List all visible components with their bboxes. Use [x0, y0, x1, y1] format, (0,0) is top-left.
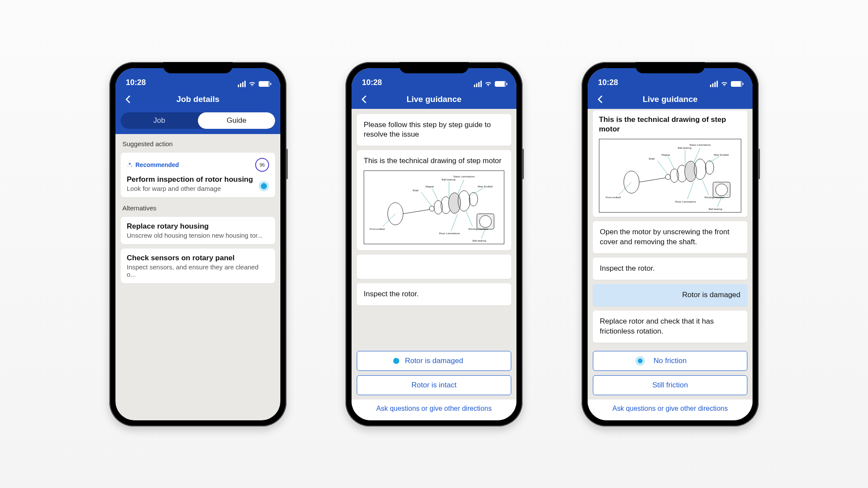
svg-point-0 [388, 203, 403, 225]
nav-title: Live guidance [407, 95, 462, 104]
svg-point-2 [429, 206, 434, 211]
section-suggested-label: Suggested action [121, 138, 275, 148]
guidance-message-drawing: This is the technical drawing of step mo… [357, 150, 511, 250]
user-response: Rotor is damaged [593, 284, 747, 306]
status-time: 10:28 [126, 78, 146, 87]
cellular-icon [238, 81, 246, 87]
wifi-icon [248, 81, 256, 87]
tab-job[interactable]: Job [121, 112, 198, 129]
svg-text:Rotor Laminations: Rotor Laminations [675, 201, 696, 203]
status-time: 10:28 [362, 78, 382, 87]
status-time: 10:28 [598, 78, 618, 87]
msg-text: Inspect the rotor. [600, 264, 740, 274]
svg-line-44 [702, 180, 709, 195]
status-icons [474, 81, 506, 87]
wifi-icon [720, 81, 728, 87]
motor-diagram-icon: Front endbell Shaft Magnet Ball bearing … [599, 139, 741, 212]
guidance-message-inspect: Inspect the rotor. [357, 283, 511, 305]
svg-point-7 [469, 193, 478, 206]
svg-text:Rotor Laminations: Rotor Laminations [439, 233, 460, 235]
svg-line-16 [466, 212, 473, 227]
back-button[interactable] [595, 94, 606, 105]
alt2-subtitle: Inspect sensors, and ensure they are cle… [127, 263, 269, 278]
recommended-subtitle: Look for warp and other damage [127, 185, 269, 192]
nav-bar: Live guidance [352, 90, 516, 109]
svg-point-35 [705, 161, 714, 175]
cellular-icon [710, 81, 718, 87]
wifi-icon [484, 81, 492, 87]
pulse-indicator-icon [393, 358, 399, 364]
option-still-friction[interactable]: Still friction [593, 375, 747, 395]
svg-text:Winding Insulator: Winding Insulator [704, 197, 724, 199]
segmented-control: Job Guide [121, 112, 275, 129]
option-no-friction[interactable]: No friction [593, 351, 747, 371]
option-label: Rotor is intact [411, 381, 457, 390]
option-label: Still friction [652, 381, 688, 390]
phone-frame-3: 10:28 Live guidance This is the technica… [582, 62, 759, 426]
svg-text:Ball bearing: Ball bearing [473, 239, 486, 242]
back-button[interactable] [123, 94, 134, 105]
alt1-subtitle: Unscrew old housing tension new housing … [127, 232, 269, 239]
svg-text:Front endbell: Front endbell [370, 228, 385, 231]
guidance-message-open: Open the motor by unscrewing the front c… [593, 221, 747, 253]
alt2-title: Check sensors on rotary panel [127, 254, 269, 262]
status-icons [710, 81, 742, 87]
svg-line-12 [432, 188, 438, 201]
svg-text:Winding Insulator: Winding Insulator [468, 228, 488, 231]
recommended-card[interactable]: Recommended 96 Perform inspection of rot… [121, 153, 275, 197]
notch [163, 62, 233, 73]
svg-line-11 [421, 193, 432, 206]
option-rotor-damaged[interactable]: Rotor is damaged [357, 351, 511, 371]
content-area: Please follow this step by step guide to… [352, 109, 516, 400]
svg-line-40 [668, 157, 674, 170]
option-rotor-intact[interactable]: Rotor is intact [357, 375, 511, 395]
guidance-message-intro: Please follow this step by step guide to… [357, 114, 511, 146]
msg-text: Replace rotor and check that it has fric… [600, 317, 740, 337]
score-ring: 96 [255, 158, 269, 172]
screen-2: 10:28 Live guidance Please follow this s… [352, 68, 516, 420]
screen-1: 10:28 Job details Job Guide Suggested ac… [115, 68, 280, 420]
msg-text: This is the technical drawing of step mo… [599, 115, 741, 135]
back-button[interactable] [359, 94, 370, 105]
svg-line-17 [451, 214, 458, 231]
ask-label: Ask questions or give other directions [612, 405, 728, 412]
guidance-message-empty [357, 255, 511, 279]
svg-line-1 [403, 210, 430, 214]
svg-text:Rear Endbell: Rear Endbell [478, 185, 493, 188]
svg-line-43 [709, 157, 720, 163]
svg-text:Rear Endbell: Rear Endbell [714, 154, 729, 156]
svg-point-9 [480, 216, 492, 228]
notch [635, 62, 705, 73]
alternative-card-2[interactable]: Check sensors on rotary panel Inspect se… [121, 249, 275, 283]
svg-text:Front endbell: Front endbell [606, 197, 621, 199]
tab-guide[interactable]: Guide [198, 112, 275, 129]
msg-text: Inspect the rotor. [364, 289, 504, 299]
segmented-control-row: Job Guide [115, 109, 280, 134]
screen-3: 10:28 Live guidance This is the technica… [588, 68, 753, 420]
alt1-title: Replace rotary housing [127, 222, 269, 231]
content-area: Suggested action Recommended 96 Perform … [115, 134, 280, 420]
ask-label: Ask questions or give other directions [376, 405, 492, 412]
nav-bar: Job details [115, 90, 280, 109]
section-alternatives-label: Alternatives [121, 202, 275, 213]
notch [399, 62, 469, 73]
msg-text: Please follow this step by step guide to… [364, 120, 504, 140]
svg-point-37 [716, 184, 728, 196]
svg-text:Magnet: Magnet [425, 185, 434, 188]
pulse-indicator-icon [259, 181, 269, 191]
msg-text: Rotor is damaged [600, 290, 740, 300]
ask-questions-link[interactable]: Ask questions or give other directions [588, 400, 753, 420]
option-label: No friction [654, 357, 687, 365]
svg-text:Ball bearing: Ball bearing [442, 178, 455, 181]
pulse-indicator-icon [635, 356, 645, 366]
svg-text:Ball bearing: Ball bearing [678, 147, 691, 149]
svg-text:Shaft: Shaft [413, 190, 419, 192]
svg-text:Ball bearing: Ball bearing [709, 208, 722, 210]
guidance-message-replace: Replace rotor and check that it has fric… [593, 311, 747, 343]
alternative-card-1[interactable]: Replace rotary housing Unscrew old housi… [121, 217, 275, 244]
svg-text:Shaft: Shaft [649, 158, 655, 160]
status-icons [238, 81, 270, 87]
nav-bar: Live guidance [588, 90, 753, 109]
svg-line-15 [473, 188, 483, 195]
ask-questions-link[interactable]: Ask questions or give other directions [352, 400, 516, 420]
